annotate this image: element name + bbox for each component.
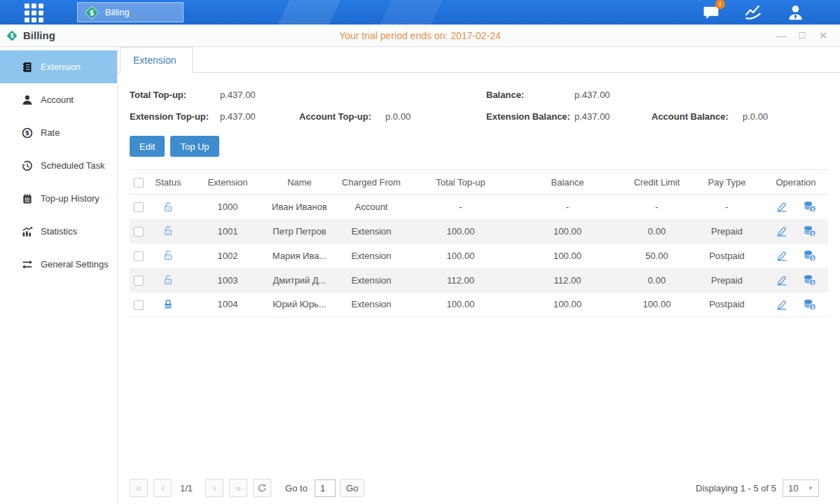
cell-balance: 100.00 <box>511 219 624 244</box>
maximize-button[interactable]: ☐ <box>797 30 808 41</box>
goto-page-input[interactable] <box>315 479 336 497</box>
bar-chart-trend-icon <box>21 226 33 237</box>
desktop-top-bar: $ Billing ! <box>0 0 840 24</box>
total-topup-label: Total Top-up: <box>130 90 220 100</box>
extension-topup-value: p.437.00 <box>220 111 299 122</box>
go-button[interactable]: Go <box>340 479 364 497</box>
extensions-table: Status Extension Name Charged From Total… <box>130 169 828 317</box>
sidebar-item-scheduled-task[interactable]: Scheduled Task <box>0 149 117 182</box>
person-icon <box>21 94 33 106</box>
balance-label: Balance: <box>486 90 574 100</box>
svg-text:$: $ <box>25 130 29 136</box>
edit-pencil-icon[interactable] <box>776 249 788 260</box>
goto-label: Go to <box>285 483 308 493</box>
sidebar-item-topup-history[interactable]: Top-up History <box>0 182 117 215</box>
balance-value: p.437.00 <box>574 90 610 100</box>
taskbar-item-billing[interactable]: $ Billing <box>77 2 184 22</box>
statistics-chart-icon[interactable] <box>743 4 764 21</box>
messages-icon[interactable]: ! <box>702 4 720 21</box>
lock-open-icon[interactable] <box>163 225 174 237</box>
cell-name: Петр Петров <box>266 219 333 244</box>
column-header-name: Name <box>266 170 333 195</box>
edit-pencil-icon[interactable] <box>776 201 788 211</box>
refresh-icon <box>257 483 267 493</box>
topup-coins-icon[interactable]: $ <box>803 201 816 211</box>
row-checkbox[interactable] <box>134 251 144 261</box>
edit-pencil-icon[interactable] <box>776 225 788 235</box>
total-topup-value: p.437.00 <box>220 90 486 100</box>
last-page-button[interactable]: » <box>229 479 247 497</box>
lock-open-icon[interactable] <box>163 274 174 286</box>
table-row: 1001 Петр Петров Extension 100.00 100.00… <box>130 219 828 244</box>
minimize-button[interactable]: — <box>776 30 787 41</box>
sidebar-item-extension[interactable]: Extension <box>0 50 117 83</box>
topup-coins-icon[interactable]: $ <box>803 274 816 284</box>
next-page-button[interactable]: › <box>205 479 223 497</box>
sidebar-item-account[interactable]: Account <box>0 83 117 116</box>
cell-balance: - <box>511 195 624 219</box>
cell-pay-type: Postpaid <box>690 293 764 317</box>
page-size-select[interactable]: 10 ▼ <box>783 479 819 497</box>
window-title: $ Billing <box>6 29 55 42</box>
column-header-pay-type: Pay Type <box>690 170 764 195</box>
topup-coins-icon[interactable]: $ <box>803 225 816 235</box>
svg-text:$: $ <box>811 279 815 286</box>
top-up-button[interactable]: Top Up <box>170 136 219 157</box>
table-row: 1000 Иван Иванов Account - - - - <box>130 195 828 219</box>
cell-credit-limit: - <box>624 195 690 219</box>
svg-text:$: $ <box>89 8 94 16</box>
cell-total-topup: 112.00 <box>410 268 511 293</box>
column-header-credit-limit: Credit Limit <box>624 170 690 195</box>
sidebar-item-rate[interactable]: $ Rate <box>0 116 117 149</box>
row-checkbox[interactable] <box>134 300 144 310</box>
pagination-bar: « ‹ 1/1 › » Go to Go Displaying 1 - 5 of… <box>130 477 819 498</box>
extension-balance-value: p.437.00 <box>574 111 652 122</box>
row-checkbox[interactable] <box>134 276 144 286</box>
cell-total-topup: 100.00 <box>410 293 511 317</box>
cell-balance: 100.00 <box>511 244 624 268</box>
topup-coins-icon[interactable]: $ <box>803 249 816 260</box>
cell-credit-limit: 0.00 <box>624 268 690 293</box>
column-header-operation: Operation <box>764 170 828 195</box>
ledger-book-icon <box>21 62 33 73</box>
edit-pencil-icon[interactable] <box>776 298 788 309</box>
column-header-balance: Balance <box>511 170 624 195</box>
lock-open-icon[interactable] <box>163 202 174 213</box>
extension-topup-label: Extension Top-up: <box>130 111 220 122</box>
apps-grid-icon[interactable] <box>25 4 47 22</box>
user-icon[interactable] <box>786 4 805 22</box>
first-page-button[interactable]: « <box>130 479 148 497</box>
edit-pencil-icon[interactable] <box>776 274 788 284</box>
lock-open-icon[interactable] <box>163 250 174 261</box>
sidebar-item-general-settings[interactable]: General Settings <box>0 248 117 281</box>
swap-arrows-icon <box>21 259 33 270</box>
select-all-checkbox[interactable] <box>134 178 144 188</box>
cell-charged-from: Extension <box>333 293 410 317</box>
table-row: 1002 Мария Ива... Extension 100.00 100.0… <box>130 244 828 268</box>
lock-closed-icon[interactable] <box>163 299 174 310</box>
svg-text:$: $ <box>811 230 815 237</box>
sidebar-item-statistics[interactable]: Statistics <box>0 215 117 248</box>
tab-extension[interactable]: Extension <box>120 47 193 73</box>
cell-extension: 1002 <box>189 244 266 268</box>
refresh-button[interactable] <box>253 479 271 497</box>
cell-charged-from: Account <box>333 195 410 219</box>
window-title-text: Billing <box>23 29 55 41</box>
close-button[interactable]: ✕ <box>818 30 829 41</box>
cell-total-topup: 100.00 <box>410 244 511 268</box>
row-checkbox[interactable] <box>134 227 144 237</box>
svg-text:$: $ <box>811 206 815 212</box>
extension-balance-label: Extension Balance: <box>486 111 574 122</box>
sidebar-item-label: Top-up History <box>41 193 99 204</box>
account-balance-value: p.0.00 <box>743 111 768 122</box>
column-header-total-topup: Total Top-up <box>410 170 511 195</box>
balance-summary: Total Top-up: p.437.00 Balance: p.437.00… <box>118 73 840 127</box>
account-topup-value: p.0.00 <box>385 111 486 122</box>
cell-credit-limit: 100.00 <box>624 293 690 317</box>
dollar-circle-icon: $ <box>21 127 33 139</box>
sidebar: Extension Account $ Rate <box>0 47 118 504</box>
prev-page-button[interactable]: ‹ <box>153 479 172 497</box>
edit-button[interactable]: Edit <box>130 136 165 157</box>
row-checkbox[interactable] <box>134 202 144 212</box>
topup-coins-icon[interactable]: $ <box>803 298 816 309</box>
